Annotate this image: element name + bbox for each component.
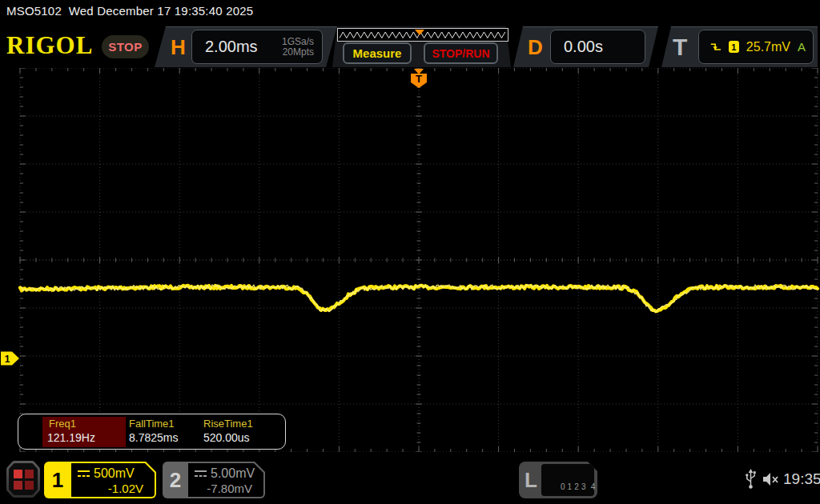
model-datetime-text: MSO5102 Wed December 17 19:35:40 2025: [6, 4, 253, 18]
measurement-value: 520.00us: [203, 431, 250, 444]
trigger-source-badge: 1: [729, 41, 739, 53]
measure-button[interactable]: Measure: [343, 42, 412, 64]
trigger-label: T: [673, 34, 687, 61]
channel2-scale: 5.00mV: [211, 466, 255, 481]
trigger-mode-auto: A: [798, 40, 806, 54]
measurement-label: RiseTime1: [203, 418, 253, 430]
acquisition-status-badge: STOP: [102, 35, 149, 58]
horizontal-settings-tab[interactable]: H 2.00ms 1GSa/s 20Mpts: [155, 26, 337, 67]
svg-text:T: T: [416, 73, 422, 85]
logic-analyzer-panel[interactable]: L 0 1 2 3 4 5 6 7 8 9 1011 12131415: [519, 462, 597, 498]
speaker-muted-icon[interactable]: [762, 472, 781, 486]
channel1-offset: -1.02V: [108, 482, 143, 495]
rigol-logo: RIGOL: [6, 31, 93, 60]
channel1-panel[interactable]: 500mV -1.02V 1: [44, 462, 156, 498]
sample-rate: 1GSa/s: [282, 36, 314, 47]
trigger-inner-box: 1 25.7mV A: [698, 30, 814, 64]
channel1-scale: 500mV: [94, 466, 135, 481]
logic-analyzer-label: L: [525, 468, 537, 493]
stop-run-button[interactable]: STOP/RUN: [424, 42, 498, 64]
oscilloscope-screen: MSO5102 Wed December 17 19:35:40 2025 RI…: [0, 0, 820, 504]
channel2-panel[interactable]: 5.00mV -7.80mV 2: [163, 462, 265, 498]
dc-coupling-icon: [78, 470, 90, 478]
measurement-label: FallTime1: [129, 418, 175, 430]
measurement-value: 8.7825ms: [129, 431, 178, 444]
channel2-number-badge: 2: [163, 462, 188, 498]
channel1-number-badge: 1: [44, 462, 71, 498]
delay-settings-tab[interactable]: D 0.00s: [513, 26, 658, 67]
four-squares-icon: [9, 463, 38, 495]
function-grid-button[interactable]: [6, 461, 40, 498]
svg-text:1: 1: [5, 354, 10, 365]
trigger-settings-tab[interactable]: T 1 25.7mV A: [661, 26, 818, 67]
waveform-display-area[interactable]: T1: [0, 68, 820, 452]
memory-depth: 20Mpts: [283, 46, 314, 58]
measurement-label: Freq1: [49, 418, 76, 430]
delay-value: 0.00s: [564, 38, 603, 56]
sample-rate-memory: 1GSa/s 20Mpts: [282, 37, 314, 58]
measurement-results-panel[interactable]: Freq1 121.19Hz FallTime1 8.7825ms RiseTi…: [18, 414, 286, 450]
channel2-offset: -7.80mV: [207, 482, 252, 495]
horizontal-inner-box: 2.00ms 1GSa/s 20Mpts: [191, 30, 323, 64]
dc-coupling-icon: [195, 470, 207, 478]
channel2-body: 5.00mV -7.80mV: [188, 463, 263, 497]
delay-label: D: [528, 34, 543, 59]
measurement-value: 121.19Hz: [47, 431, 95, 444]
digital-row1: 0 1 2 3 4 5 6 7: [561, 482, 617, 491]
preview-zigzag: [338, 29, 508, 41]
status-time: 19:35: [783, 470, 820, 488]
memory-waveform-preview[interactable]: [337, 28, 508, 42]
timebase-value: 2.00ms: [205, 38, 258, 56]
digital-channel-list: 0 1 2 3 4 5 6 7 8 9 1011 12131415: [541, 464, 594, 496]
horizontal-label: H: [171, 34, 186, 59]
channel1-body: 500mV -1.02V: [71, 463, 155, 497]
trigger-level-value: 25.7mV: [746, 40, 790, 54]
delay-inner-box: 0.00s: [550, 30, 645, 64]
scope-grid-and-trace: T1: [0, 68, 820, 452]
falling-edge-icon: [710, 41, 722, 54]
usb-icon: [745, 469, 757, 490]
